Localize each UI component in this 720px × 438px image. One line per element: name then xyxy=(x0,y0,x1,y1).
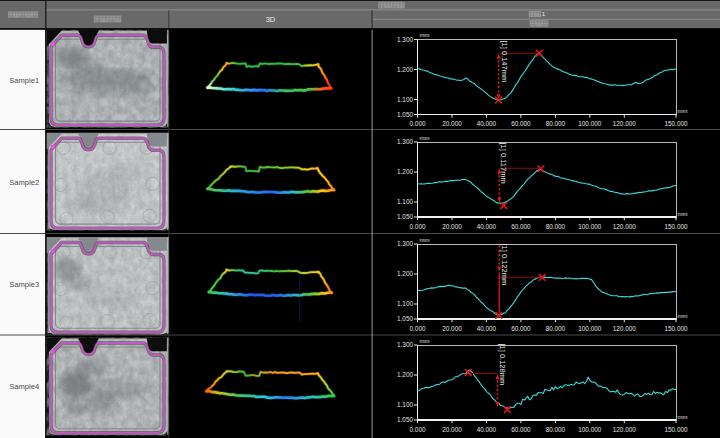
svg-text:150.000: 150.000 xyxy=(664,426,688,433)
svg-text:1.300: 1.300 xyxy=(397,341,413,348)
svg-text:1.200: 1.200 xyxy=(397,270,413,277)
svg-text:1.100: 1.100 xyxy=(397,96,413,103)
svg-text:[1] 0.128mm: [1] 0.128mm xyxy=(498,344,507,386)
svg-text:1.300: 1.300 xyxy=(397,138,413,145)
svg-text:[1] 0.122mm: [1] 0.122mm xyxy=(500,244,509,286)
svg-text:mm: mm xyxy=(420,135,430,141)
svg-text:1.050: 1.050 xyxy=(397,111,413,118)
svg-text:1.300: 1.300 xyxy=(397,36,413,43)
svg-text:120.000: 120.000 xyxy=(613,325,637,332)
svg-text:40.000: 40.000 xyxy=(477,426,497,433)
svg-text:Sample1: Sample1 xyxy=(9,76,39,85)
svg-text:20.000: 20.000 xyxy=(442,120,462,127)
svg-text:120.000: 120.000 xyxy=(613,120,637,127)
svg-text:mm: mm xyxy=(420,237,430,243)
svg-text:1.200: 1.200 xyxy=(397,371,413,378)
svg-text:1.050: 1.050 xyxy=(397,315,413,322)
svg-text:mm: mm xyxy=(420,32,430,38)
svg-text:1.050: 1.050 xyxy=(397,213,413,220)
svg-text:mm: mm xyxy=(678,108,688,114)
svg-text:60.000: 60.000 xyxy=(511,120,531,127)
svg-text:mm: mm xyxy=(678,313,688,319)
svg-text:20.000: 20.000 xyxy=(442,426,462,433)
svg-text:1.050: 1.050 xyxy=(397,416,413,423)
svg-text:3D: 3D xyxy=(266,15,276,24)
svg-text:1.100: 1.100 xyxy=(397,401,413,408)
svg-text:[1] 0.147mm: [1] 0.147mm xyxy=(500,41,509,83)
svg-text:0.000: 0.000 xyxy=(410,223,426,230)
svg-text:60.000: 60.000 xyxy=(511,325,531,332)
svg-text:mm: mm xyxy=(420,338,430,344)
svg-text:Sample2: Sample2 xyxy=(9,178,39,187)
svg-text:80.000: 80.000 xyxy=(546,325,566,332)
svg-text:0.000: 0.000 xyxy=(410,426,426,433)
svg-text:mm: mm xyxy=(678,211,688,217)
svg-text:100.000: 100.000 xyxy=(578,426,602,433)
svg-text:150.000: 150.000 xyxy=(664,325,688,332)
svg-text:Sample4: Sample4 xyxy=(9,382,39,391)
svg-text:1.100: 1.100 xyxy=(397,198,413,205)
svg-text:[1] 0.117mm: [1] 0.117mm xyxy=(499,143,508,184)
svg-text:20.000: 20.000 xyxy=(442,325,462,332)
svg-text:80.000: 80.000 xyxy=(546,223,566,230)
svg-text:1.200: 1.200 xyxy=(397,168,413,175)
svg-text:1.100: 1.100 xyxy=(397,300,413,307)
svg-text:100.000: 100.000 xyxy=(578,120,602,127)
svg-text:40.000: 40.000 xyxy=(477,223,497,230)
svg-text:40.000: 40.000 xyxy=(477,325,497,332)
svg-text:mm: mm xyxy=(678,414,688,420)
svg-text:0.000: 0.000 xyxy=(410,325,426,332)
svg-text:1: 1 xyxy=(542,10,546,17)
svg-text:0.000: 0.000 xyxy=(410,120,426,127)
svg-text:100.000: 100.000 xyxy=(578,223,602,230)
svg-text:150.000: 150.000 xyxy=(664,120,688,127)
svg-text:80.000: 80.000 xyxy=(546,120,566,127)
svg-text:60.000: 60.000 xyxy=(511,426,531,433)
svg-text:40.000: 40.000 xyxy=(477,120,497,127)
svg-text:20.000: 20.000 xyxy=(442,223,462,230)
svg-text:80.000: 80.000 xyxy=(546,426,566,433)
svg-text:120.000: 120.000 xyxy=(613,426,637,433)
svg-text:Sample3: Sample3 xyxy=(9,280,39,289)
svg-text:60.000: 60.000 xyxy=(511,223,531,230)
svg-text:150.000: 150.000 xyxy=(664,223,688,230)
svg-text:1.300: 1.300 xyxy=(397,240,413,247)
svg-text:120.000: 120.000 xyxy=(613,223,637,230)
svg-text:100.000: 100.000 xyxy=(578,325,602,332)
svg-text:1.200: 1.200 xyxy=(397,66,413,73)
